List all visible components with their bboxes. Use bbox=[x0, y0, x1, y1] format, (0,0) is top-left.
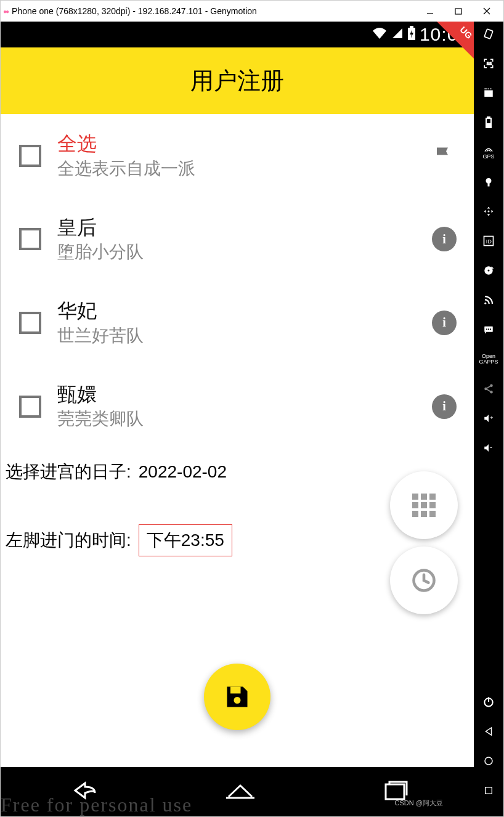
identifier-icon[interactable]: ID bbox=[479, 231, 498, 251]
debug-banner bbox=[437, 22, 474, 59]
item-subtitle: 世兰好苦队 bbox=[57, 324, 416, 348]
item-subtitle: 莞莞类卿队 bbox=[57, 407, 416, 431]
time-value[interactable]: 下午23:55 bbox=[139, 524, 232, 556]
power-icon[interactable] bbox=[479, 692, 498, 712]
close-button[interactable] bbox=[473, 2, 501, 20]
home-button[interactable] bbox=[224, 778, 257, 805]
list-item[interactable]: 全选全选表示自成一派 bbox=[1, 114, 474, 198]
svg-point-28 bbox=[490, 328, 491, 330]
date-value[interactable]: 2022-02-02 bbox=[139, 462, 227, 482]
move-icon[interactable] bbox=[479, 201, 498, 221]
svg-rect-11 bbox=[484, 29, 493, 39]
genymotion-sidebar: 1:1 GPS ID Open GAPPS + - bbox=[474, 22, 503, 816]
svg-text:-: - bbox=[490, 443, 492, 450]
svg-rect-10 bbox=[386, 784, 404, 799]
item-subtitle: 全选表示自成一派 bbox=[57, 157, 416, 181]
svg-point-19 bbox=[488, 211, 490, 213]
svg-point-8 bbox=[234, 697, 241, 704]
flag-icon[interactable] bbox=[432, 144, 457, 168]
share-icon[interactable] bbox=[479, 379, 498, 399]
list-item[interactable]: 皇后堕胎小分队i bbox=[1, 198, 474, 282]
svg-rect-13 bbox=[484, 91, 493, 97]
android-navbar bbox=[1, 767, 474, 816]
svg-point-36 bbox=[485, 757, 492, 765]
battery-icon[interactable] bbox=[479, 113, 498, 132]
svg-rect-16 bbox=[487, 124, 490, 127]
item-title: 全选 bbox=[57, 131, 416, 157]
fullscreen-icon[interactable]: 1:1 bbox=[479, 54, 498, 73]
svg-rect-5 bbox=[410, 26, 413, 28]
checkbox[interactable] bbox=[19, 228, 41, 250]
svg-text:+: + bbox=[490, 415, 493, 421]
svg-point-17 bbox=[486, 178, 492, 184]
item-title: 甄嬛 bbox=[57, 382, 416, 408]
network-icon[interactable] bbox=[479, 290, 498, 310]
clock-icon bbox=[410, 567, 437, 594]
info-icon[interactable]: i bbox=[432, 394, 457, 419]
svg-point-23 bbox=[488, 270, 490, 272]
app-icon: ●● bbox=[3, 8, 8, 15]
item-text: 甄嬛莞莞类卿队 bbox=[57, 382, 416, 431]
volume-up-icon[interactable]: + bbox=[479, 408, 498, 428]
item-text: 华妃世兰好苦队 bbox=[57, 298, 416, 348]
item-text: 皇后堕胎小分队 bbox=[57, 215, 416, 264]
nav-home-icon[interactable] bbox=[479, 751, 498, 771]
nav-recents-icon[interactable] bbox=[479, 781, 498, 800]
svg-text:ID: ID bbox=[486, 238, 492, 245]
svg-rect-7 bbox=[230, 687, 241, 694]
minimize-button[interactable] bbox=[416, 2, 444, 20]
svg-point-27 bbox=[488, 328, 489, 330]
disk-icon[interactable] bbox=[479, 261, 498, 280]
save-icon bbox=[224, 683, 251, 710]
camera-icon[interactable] bbox=[479, 172, 498, 192]
svg-rect-1 bbox=[455, 9, 461, 14]
sms-icon[interactable] bbox=[479, 320, 498, 339]
svg-text:1:1: 1:1 bbox=[487, 62, 492, 65]
checkbox[interactable] bbox=[19, 396, 41, 418]
list-item[interactable]: 华妃世兰好苦队i bbox=[1, 281, 474, 365]
svg-point-26 bbox=[486, 328, 487, 330]
back-button[interactable] bbox=[63, 778, 100, 805]
item-title: 华妃 bbox=[57, 298, 416, 324]
wifi-icon bbox=[372, 27, 388, 43]
app-bar: 用户注册 bbox=[1, 47, 474, 114]
cell-signal-icon bbox=[391, 27, 404, 43]
svg-rect-37 bbox=[486, 787, 492, 794]
screencast-icon[interactable] bbox=[479, 83, 498, 103]
dialpad-icon bbox=[412, 494, 436, 517]
info-icon[interactable]: i bbox=[432, 227, 457, 251]
maximize-button[interactable] bbox=[444, 2, 473, 20]
page-title: 用户注册 bbox=[190, 65, 284, 97]
svg-rect-18 bbox=[488, 184, 490, 187]
list-item[interactable]: 甄嬛莞莞类卿队i bbox=[1, 365, 474, 449]
csdn-watermark: CSDN @阿大豆 bbox=[395, 799, 443, 808]
nav-back-icon[interactable] bbox=[479, 721, 498, 741]
volume-down-icon[interactable]: - bbox=[479, 438, 498, 458]
clock-fab[interactable] bbox=[390, 547, 458, 614]
save-fab[interactable] bbox=[204, 664, 270, 730]
rotate-icon[interactable] bbox=[479, 24, 498, 44]
svg-rect-15 bbox=[487, 116, 490, 118]
date-label: 选择进宫的日子: bbox=[6, 460, 131, 484]
item-title: 皇后 bbox=[57, 215, 416, 241]
checkbox[interactable] bbox=[19, 312, 41, 334]
item-text: 全选全选表示自成一派 bbox=[57, 131, 416, 181]
svg-point-24 bbox=[484, 303, 486, 304]
battery-charging-icon bbox=[407, 26, 416, 44]
dialpad-fab[interactable] bbox=[390, 471, 458, 539]
time-label: 左脚进门的时间: bbox=[6, 529, 131, 552]
os-titlebar: ●● Phone one (768x1280, 320dpi) - 192.16… bbox=[1, 1, 503, 22]
window-title: Phone one (768x1280, 320dpi) - 192.168.2… bbox=[12, 6, 416, 16]
android-statusbar[interactable]: 10:04 bbox=[1, 22, 474, 47]
gapps-icon[interactable]: Open GAPPS bbox=[479, 349, 498, 369]
phone-screen: 10:04 UG 用户注册 全选全选表示自成一派皇后堕胎小分队i华妃世兰好苦队i… bbox=[1, 22, 474, 816]
item-subtitle: 堕胎小分队 bbox=[57, 240, 416, 264]
checkbox[interactable] bbox=[19, 145, 41, 167]
info-icon[interactable]: i bbox=[432, 311, 457, 335]
content-area: 全选全选表示自成一派皇后堕胎小分队i华妃世兰好苦队i甄嬛莞莞类卿队i 选择进宫的… bbox=[1, 114, 474, 767]
gps-icon[interactable]: GPS bbox=[479, 142, 498, 162]
